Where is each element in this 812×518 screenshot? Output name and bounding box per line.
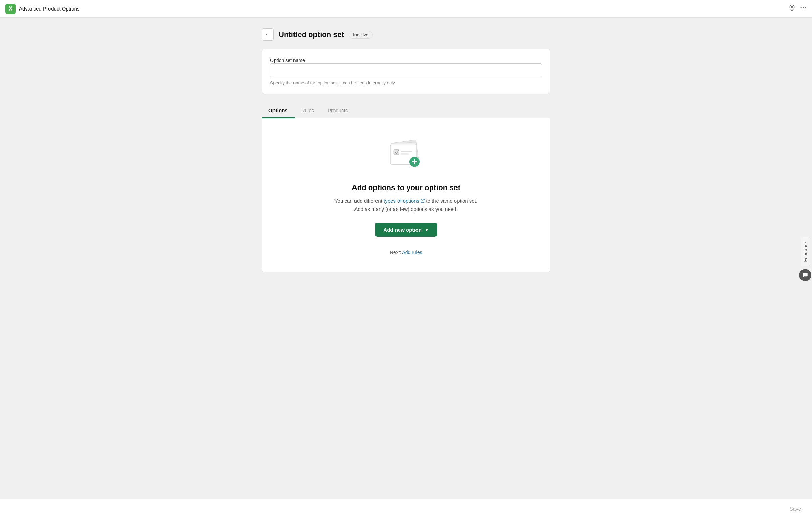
empty-state-title: Add options to your option set: [270, 183, 542, 192]
empty-state-illustration: [386, 139, 426, 173]
dropdown-arrow-icon: ▼: [425, 228, 429, 232]
main-content: ← Untitled option set Inactive Option se…: [253, 18, 559, 310]
option-set-name-hint: Specify the name of the option set. It c…: [270, 80, 542, 85]
empty-state-description: You can add different types of options t…: [270, 197, 542, 213]
page-header: ← Untitled option set Inactive: [262, 28, 550, 41]
save-button[interactable]: Save: [790, 506, 801, 512]
back-arrow-icon: ←: [265, 32, 270, 38]
feedback-sidebar: Feedback: [799, 237, 812, 281]
tab-products[interactable]: Products: [321, 103, 354, 118]
svg-rect-9: [401, 153, 409, 154]
tab-rules[interactable]: Rules: [295, 103, 321, 118]
next-step: Next: Add rules: [270, 250, 542, 255]
back-button[interactable]: ←: [262, 28, 274, 41]
option-set-name-card: Option set name Specify the name of the …: [262, 49, 550, 94]
app-icon: X: [5, 4, 16, 14]
svg-rect-8: [401, 151, 412, 152]
empty-desc-line2: Add as many (or as few) options as you n…: [354, 206, 458, 212]
footer-bar: Save: [0, 499, 812, 518]
empty-desc-prefix: You can add different: [334, 198, 384, 204]
option-set-name-label: Option set name: [270, 58, 305, 63]
types-of-options-link-text: types of options: [384, 197, 419, 205]
app-title: Advanced Product Options: [19, 6, 79, 12]
add-rules-link-text: Add rules: [402, 250, 422, 255]
types-of-options-link[interactable]: types of options: [384, 197, 425, 205]
external-link-icon: [421, 197, 425, 205]
add-new-option-button[interactable]: Add new option ▼: [375, 223, 437, 237]
svg-point-1: [801, 7, 802, 8]
topbar-actions: [789, 4, 807, 13]
svg-point-3: [805, 7, 806, 8]
more-icon[interactable]: [800, 4, 807, 13]
svg-rect-7: [394, 150, 399, 155]
options-content-card: Add options to your option set You can a…: [262, 118, 550, 272]
page-title: Untitled option set: [279, 30, 344, 39]
option-set-name-input[interactable]: [270, 63, 542, 77]
empty-desc-suffix: to the same option set.: [425, 198, 478, 204]
pin-icon[interactable]: [789, 5, 795, 13]
next-label: Next:: [390, 250, 401, 255]
tabs: Options Rules Products: [262, 103, 550, 118]
chat-bubble-icon[interactable]: [799, 269, 811, 281]
add-rules-link[interactable]: Add rules: [402, 250, 422, 255]
svg-point-2: [803, 7, 804, 8]
feedback-tab[interactable]: Feedback: [801, 237, 810, 266]
tab-options[interactable]: Options: [262, 103, 295, 118]
add-new-option-label: Add new option: [383, 227, 421, 233]
svg-point-0: [791, 6, 793, 8]
topbar: X Advanced Product Options: [0, 0, 812, 18]
status-badge: Inactive: [349, 31, 373, 39]
